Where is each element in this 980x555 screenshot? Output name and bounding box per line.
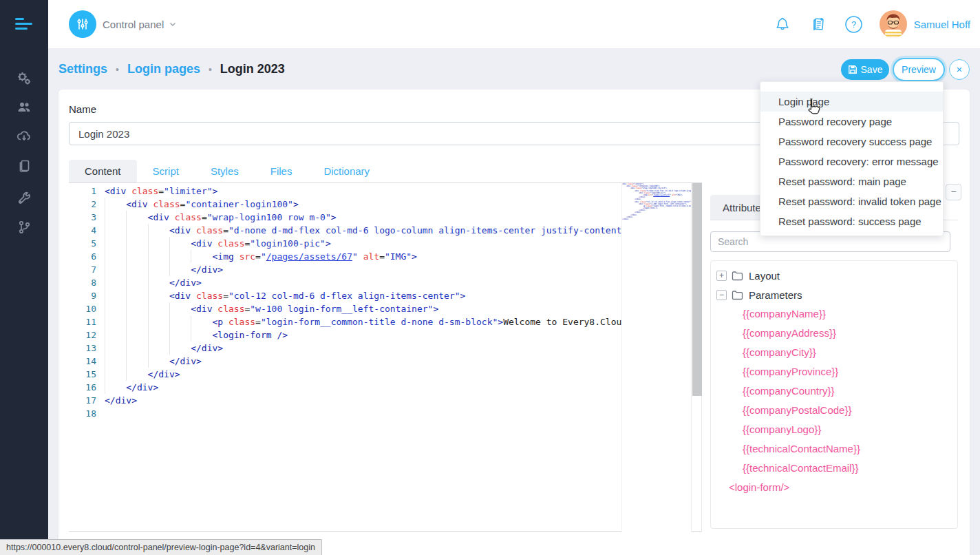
sidebar-item-downloads[interactable] <box>0 124 48 149</box>
tab-files[interactable]: Files <box>255 160 308 182</box>
menu-item-password-recovery-error-message[interactable]: Password recovery: error message <box>760 151 943 171</box>
tree-folder-layout[interactable]: +Layout <box>711 266 957 285</box>
close-button[interactable]: × <box>949 59 970 80</box>
code-line[interactable]: <div class="wrap-login100 row m-0"> <box>105 211 621 224</box>
page-title: Login 2023 <box>220 62 285 76</box>
code-line[interactable]: </div> <box>105 381 621 394</box>
line-number: 15 <box>69 368 96 381</box>
parameter-item[interactable]: {{companyCity}} <box>711 343 957 362</box>
line-number: 6 <box>69 250 96 263</box>
folder-icon <box>732 290 743 300</box>
code-line[interactable]: <div class="col-12 col-md-6 d-flex align… <box>105 289 621 302</box>
code-area[interactable]: <div class="limiter"><div class="contain… <box>105 185 621 529</box>
parameter-item[interactable]: {{companyCountry}} <box>711 381 957 401</box>
code-line[interactable]: </div> <box>105 276 621 289</box>
panel-collapse-button[interactable]: − <box>946 184 961 200</box>
preview-button-label: Preview <box>902 64 936 75</box>
user-menu[interactable]: Samuel Hoff <box>880 10 970 38</box>
code-line[interactable]: </div> <box>105 368 621 381</box>
menu-item-reset-password-success-page[interactable]: Reset password: success page <box>760 211 943 231</box>
code-line[interactable]: <div class="container-login100"> <box>105 198 621 211</box>
code-editor[interactable]: 123456789101112131415161718 <div class="… <box>69 183 702 532</box>
editor-minimap[interactable]: <div class="limiter"> <div class="contai… <box>621 183 691 532</box>
wrench-icon <box>16 190 32 207</box>
component-item-login-form[interactable]: <login-form/> <box>711 478 957 497</box>
users-icon <box>16 99 32 116</box>
breadcrumb: Settings • Login pages • Login 2023 <box>58 62 285 76</box>
editor-scrollbar <box>691 183 702 532</box>
app-selector-label: Control panel <box>103 19 164 30</box>
line-number: 3 <box>69 211 96 224</box>
parameter-item[interactable]: {{companyLogo}} <box>711 420 957 439</box>
code-line[interactable]: <img src="/pages/assets/67" alt="IMG"> <box>105 250 621 263</box>
tab-script[interactable]: Script <box>137 160 195 182</box>
journal-icon <box>16 158 32 174</box>
user-name: Samuel Hoff <box>914 19 970 30</box>
line-numbers-gutter: 123456789101112131415161718 <box>69 185 96 420</box>
preview-button[interactable]: Preview <box>893 58 945 81</box>
parameter-item[interactable]: {{companyName}} <box>711 304 957 324</box>
sidebar-item-users[interactable] <box>0 95 48 120</box>
release-notes-button[interactable] <box>809 14 828 34</box>
breadcrumb-settings[interactable]: Settings <box>58 62 107 76</box>
sidebar-item-settings[interactable] <box>0 66 48 91</box>
line-number: 16 <box>69 381 96 394</box>
menu-item-password-recovery-success-page[interactable]: Password recovery success page <box>760 132 943 151</box>
parameter-item[interactable]: {{companyAddress}} <box>711 324 957 343</box>
line-number: 8 <box>69 276 96 289</box>
breadcrumb-separator: • <box>116 64 119 75</box>
tree-toggle[interactable]: + <box>716 271 727 281</box>
parameter-item[interactable]: {{companyPostalCode}} <box>711 401 957 420</box>
breadcrumb-login-pages[interactable]: Login pages <box>127 62 200 76</box>
tree-toggle[interactable]: − <box>716 290 727 300</box>
parameter-item[interactable]: {{technicalContactEmail}} <box>711 459 957 478</box>
code-line[interactable] <box>105 407 621 420</box>
help-button[interactable]: ? <box>844 15 863 34</box>
menu-item-login-page[interactable]: Login page <box>760 92 943 112</box>
code-line[interactable]: <login-form /> <box>105 328 621 342</box>
hamburger-menu-button[interactable] <box>0 0 48 48</box>
parameter-item[interactable]: {{technicalContactName}} <box>711 439 957 459</box>
parameter-item[interactable]: {{companyProvince}} <box>711 362 957 381</box>
tab-styles[interactable]: Styles <box>195 160 255 182</box>
code-line[interactable]: </div> <box>105 355 621 368</box>
notifications-button[interactable] <box>773 14 792 34</box>
line-number: 14 <box>69 355 96 368</box>
code-line[interactable]: <p class="login-form__common-title d-non… <box>105 315 621 328</box>
tree-folder-label: Layout <box>749 270 780 282</box>
code-line[interactable]: <div class="limiter"> <box>105 185 621 198</box>
save-button[interactable]: Save <box>841 59 889 80</box>
line-number: 18 <box>69 407 96 420</box>
tree-folder-label: Parameters <box>749 289 802 301</box>
line-number: 9 <box>69 289 96 302</box>
code-line[interactable]: </div> <box>105 342 621 355</box>
line-number: 12 <box>69 328 96 342</box>
sidebar-item-integrations[interactable] <box>0 215 48 240</box>
sidebar-item-journal[interactable] <box>0 154 48 178</box>
code-line[interactable]: <div class="w-100 login-form__left-conta… <box>105 302 621 315</box>
git-branch-icon <box>16 219 32 235</box>
editor-scrollbar-thumb[interactable] <box>692 183 702 396</box>
code-line[interactable]: </div> <box>105 263 621 276</box>
menu-item-password-recovery-page[interactable]: Password recovery page <box>760 112 943 132</box>
app-root: Control panel ? Samuel Hoff Settings • L… <box>0 0 980 555</box>
menu-item-reset-password-invalid-token-page[interactable]: Reset password: invalid token page <box>760 191 943 211</box>
top-header: Control panel ? Samuel Hoff <box>48 0 980 48</box>
code-line[interactable]: </div> <box>105 394 621 407</box>
code-line[interactable]: <div class="d-none d-md-flex col-md-6 lo… <box>105 224 621 237</box>
control-panel-logo <box>69 10 96 38</box>
breadcrumb-separator: • <box>209 64 212 75</box>
app-selector[interactable]: Control panel <box>69 10 178 38</box>
code-line[interactable]: <div class="login100-pic"> <box>105 237 621 250</box>
minimap-line <box>622 220 691 222</box>
bell-icon <box>773 14 792 34</box>
tab-dictionary[interactable]: Dictionary <box>308 160 385 182</box>
sidebar-item-tools[interactable] <box>0 186 48 211</box>
close-icon: × <box>957 63 963 75</box>
tree-folder-parameters[interactable]: −Parameters <box>711 285 957 304</box>
avatar <box>880 10 907 38</box>
name-field-label: Name <box>69 103 96 115</box>
settings-gears-icon <box>16 70 32 87</box>
menu-item-reset-password-main-page[interactable]: Reset password: main page <box>760 171 943 191</box>
tab-content[interactable]: Content <box>69 160 137 182</box>
